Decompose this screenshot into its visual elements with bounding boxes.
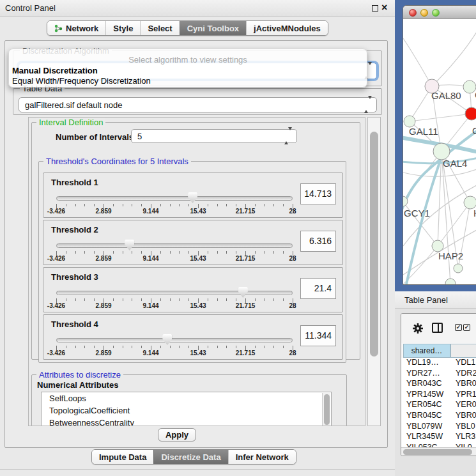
scrollbar-thumb[interactable] <box>403 449 472 455</box>
tab-infer-network[interactable]: Infer Network <box>228 450 296 464</box>
split-columns-icon[interactable] <box>432 323 443 333</box>
tick-label: 15.43 <box>190 349 206 357</box>
tick-label: 28 <box>289 208 296 215</box>
cell-shared-name: YDL19… <box>406 358 439 367</box>
network-canvas[interactable]: GAL80GCGAL11GAL4GCY1HHAP2 <box>403 19 476 284</box>
slider-track[interactable] <box>56 338 293 342</box>
num-intervals-combobox[interactable]: 5 <box>131 129 297 143</box>
table-h-scrollbar[interactable] <box>401 447 476 456</box>
attribute-list-item[interactable]: BetweennessCentrality <box>42 417 331 426</box>
network-node[interactable] <box>454 264 463 273</box>
slider-thumb[interactable] <box>125 240 134 250</box>
interval-definition-group: Interval Definition Number of Intervals … <box>31 122 360 360</box>
cell-name: YBR0 <box>456 379 476 388</box>
close-traffic-light[interactable] <box>409 9 417 17</box>
cell-shared-name: YBR043C <box>406 379 442 388</box>
table-row[interactable]: YBR043CYBR0 <box>401 379 476 390</box>
table-row[interactable]: YLR345WYLR3 <box>401 432 476 443</box>
threshold-label: Threshold 2 <box>51 225 98 234</box>
cell-shared-name: YDR27… <box>406 369 440 378</box>
network-node[interactable] <box>445 279 456 285</box>
threshold-label: Threshold 4 <box>51 319 98 329</box>
table-row[interactable]: YBR045CYBR0 <box>401 411 476 422</box>
network-node[interactable] <box>463 81 476 93</box>
tab-label: Impute Data <box>99 452 146 462</box>
bottom-tab-bar: Impute DataDiscretize DataInfer Network <box>91 449 296 464</box>
tab-jactivemnodules[interactable]: jActiveMNodules <box>246 21 328 35</box>
cell-name: YDR2 <box>456 369 476 378</box>
list-scrollbar[interactable] <box>322 393 330 426</box>
select-all-checks-icon[interactable]: ✓✓ <box>455 324 470 331</box>
tick-label: 15.43 <box>190 208 206 215</box>
settings-gear-icon[interactable] <box>412 323 424 334</box>
window-titlebar[interactable] <box>403 6 476 19</box>
algorithm-prompt: Select algorithm to view settings <box>9 55 367 65</box>
divider <box>0 469 395 470</box>
threshold-row: Threshold 4-3.4262.8599.14415.4321.71528… <box>43 314 343 360</box>
column-header[interactable]: shared… <box>403 344 450 358</box>
table-row[interactable]: YBL079WYBL0 <box>401 422 476 433</box>
tick-label: 28 <box>289 349 296 357</box>
table-row[interactable]: YER054CYER0 <box>401 400 476 411</box>
apply-button[interactable]: Apply <box>158 428 196 441</box>
table-row[interactable]: YPR145WYPR1 <box>401 390 476 401</box>
tab-style[interactable]: Style <box>105 21 140 35</box>
tick-label: -3.426 <box>47 349 65 357</box>
table-data-group: Table Data galFiltered.sif default node <box>13 88 382 115</box>
algorithm-option[interactable]: Manual Discretization <box>12 66 98 75</box>
table-row[interactable]: YDR27…YDR2 <box>401 369 476 380</box>
attribute-list-item[interactable]: SelfLoops <box>42 392 331 404</box>
minimize-traffic-light[interactable] <box>420 9 428 17</box>
slider-track[interactable] <box>56 243 293 248</box>
tab-select[interactable]: Select <box>140 21 179 35</box>
slider-thumb[interactable] <box>238 287 248 298</box>
tick-label: 2.859 <box>95 302 111 309</box>
table-row[interactable]: YIL053CYIL0 <box>401 443 476 447</box>
attribute-list-item[interactable]: TopologicalCoefficient <box>42 404 331 417</box>
network-node[interactable] <box>464 196 476 209</box>
table-data-combobox[interactable]: galFiltered.sif default node <box>19 97 377 112</box>
tab-impute-data[interactable]: Impute Data <box>92 450 153 464</box>
num-intervals-value: 5 <box>137 130 142 142</box>
scrollbar-thumb[interactable] <box>370 132 378 357</box>
network-graph: GAL80GCGAL11GAL4GCY1HHAP2 <box>403 19 476 285</box>
control-panel-header: Control Panel × <box>0 0 395 17</box>
slider-track[interactable] <box>56 291 293 295</box>
float-window-icon[interactable] <box>372 5 378 12</box>
attributes-list[interactable]: SelfLoopsTopologicalCoefficientBetweenne… <box>41 392 332 426</box>
column-header[interactable]: n <box>450 344 476 358</box>
table-row[interactable]: YDL19…YDL1 <box>401 358 476 369</box>
settings-scroll-viewport: Interval Definition Number of Intervals … <box>28 117 365 426</box>
tab-cyni-toolbox[interactable]: Cyni Toolbox <box>180 21 246 35</box>
tab-network[interactable]: Network <box>47 21 105 35</box>
node-label: H <box>473 208 476 219</box>
algorithm-dropdown-popup: Select algorithm to view settings Manual… <box>8 49 367 88</box>
tab-discretize-data[interactable]: Discretize Data <box>153 450 227 464</box>
network-node[interactable] <box>465 107 476 120</box>
slider-track[interactable] <box>56 196 293 201</box>
node-label: HAP2 <box>438 250 463 261</box>
threshold-value-field[interactable]: 6.316 <box>300 231 336 252</box>
tab-label: jActiveMNodules <box>254 24 321 33</box>
zoom-traffic-light[interactable] <box>432 9 440 17</box>
threshold-value-field[interactable]: 11.344 <box>300 325 336 346</box>
algorithm-option[interactable]: Equal Width/Frequency Discretization <box>12 76 151 86</box>
tick-label: 2.859 <box>95 255 111 262</box>
tick-label: 9.144 <box>142 208 158 215</box>
thresholds-group: Threshold's Coordinates for 5 Intervals … <box>38 161 346 363</box>
tab-label: Infer Network <box>236 452 289 462</box>
threshold-value-field[interactable]: 14.713 <box>300 183 336 204</box>
network-view-window: GAL80GCGAL11GAL4GCY1HHAP2 <box>403 5 476 285</box>
cell-name: YER0 <box>456 400 476 409</box>
table-panel-header: Table Panel <box>395 291 476 309</box>
threshold-value-field[interactable]: 21.4 <box>300 278 336 299</box>
panel-scrollbar[interactable] <box>367 117 381 426</box>
node-label: C <box>472 125 476 136</box>
tick-label: 15.43 <box>190 255 206 262</box>
close-icon[interactable]: × <box>381 1 387 14</box>
scrollbar-thumb[interactable] <box>324 394 330 425</box>
slider-thumb[interactable] <box>188 192 197 203</box>
cell-shared-name: YLR345W <box>406 432 443 441</box>
slider-thumb[interactable] <box>162 334 172 345</box>
tick-label: -3.426 <box>47 255 65 262</box>
